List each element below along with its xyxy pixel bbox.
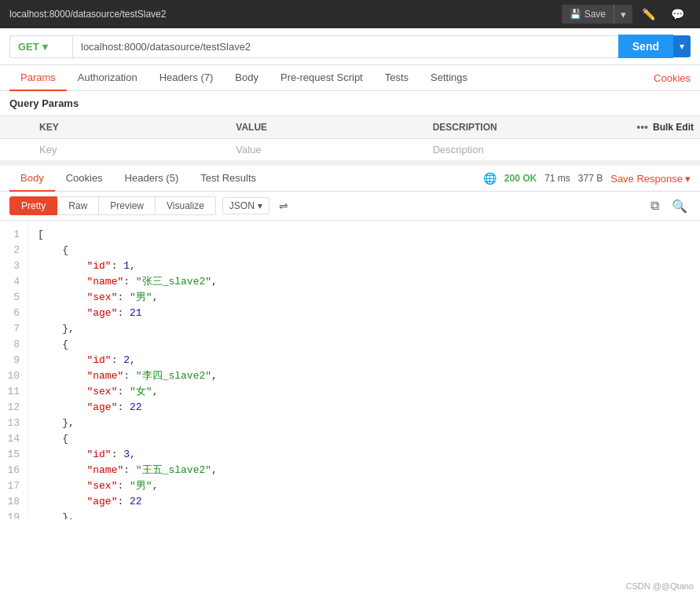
tab-authorization[interactable]: Authorization	[67, 65, 148, 91]
tab-settings[interactable]: Settings	[420, 65, 478, 91]
fmt-tab-pretty[interactable]: Pretty	[9, 196, 57, 215]
request-tabs-row: Params Authorization Headers (7) Body Pr…	[0, 65, 700, 91]
tab-pre-request[interactable]: Pre-request Script	[269, 65, 374, 91]
more-options-icon[interactable]: •••	[636, 121, 648, 134]
tab-body[interactable]: Body	[224, 65, 269, 91]
params-header: KEY VALUE DESCRIPTION ••• Bulk Edit	[0, 116, 700, 139]
row-desc[interactable]: Description	[425, 139, 621, 160]
params-table: KEY VALUE DESCRIPTION ••• Bulk Edit Key …	[0, 115, 700, 161]
size-badge: 377 B	[578, 173, 603, 184]
resp-tab-test-results[interactable]: Test Results	[189, 166, 267, 192]
format-tabs: Pretty Raw Preview Visualize	[9, 196, 216, 215]
top-bar-actions: 💾 Save ▾ ✏️ 💬	[562, 5, 691, 24]
fmt-tab-raw[interactable]: Raw	[57, 196, 99, 215]
save-icon: 💾	[570, 9, 581, 20]
json-type-label: JSON	[229, 200, 255, 211]
url-input[interactable]	[72, 35, 618, 58]
window-title: localhost:8000/datasource/testSlave2	[9, 9, 166, 20]
line-numbers: 123456789101112131415161718192021222324	[0, 221, 28, 519]
copy-button[interactable]: ⧉	[647, 197, 662, 215]
method-select[interactable]: GET ▾	[9, 35, 72, 58]
header-description: DESCRIPTION	[425, 122, 621, 133]
body-toolbar: Pretty Raw Preview Visualize JSON ▾ ⇌ ⧉ …	[0, 192, 700, 221]
row-value[interactable]: Value	[228, 139, 424, 160]
resp-tab-cookies[interactable]: Cookies	[55, 166, 114, 192]
status-badge: 200 OK	[504, 173, 537, 184]
params-empty-row: Key Value Description	[0, 139, 700, 161]
body-toolbar-right: ⧉ 🔍	[647, 197, 691, 215]
tab-tests[interactable]: Tests	[374, 65, 420, 91]
send-button[interactable]: Send	[618, 35, 673, 58]
save-btn-group: 💾 Save ▾	[562, 5, 632, 24]
time-badge: 71 ms	[544, 173, 570, 184]
tab-params[interactable]: Params	[9, 65, 67, 91]
fmt-tab-preview[interactable]: Preview	[99, 196, 156, 215]
response-tabs-row: Body Cookies Headers (5) Test Results 🌐 …	[0, 166, 700, 192]
header-key: KEY	[31, 122, 228, 133]
method-label: GET	[18, 41, 39, 53]
request-bar: GET ▾ Send ▾	[0, 28, 700, 65]
row-key[interactable]: Key	[31, 139, 228, 160]
resp-tab-headers[interactable]: Headers (5)	[114, 166, 190, 192]
json-type-chevron-icon: ▾	[258, 200, 262, 211]
method-chevron-icon: ▾	[42, 41, 48, 53]
json-type-select[interactable]: JSON ▾	[222, 197, 269, 214]
send-dropdown-button[interactable]: ▾	[673, 35, 691, 57]
save-response-button[interactable]: Save Response ▾	[610, 173, 691, 185]
resp-status-row: 🌐 200 OK 71 ms 377 B Save Response ▾	[483, 172, 691, 185]
query-params-title: Query Params	[0, 91, 700, 115]
response-body-code: 123456789101112131415161718192021222324 …	[0, 221, 700, 519]
fmt-tab-visualize[interactable]: Visualize	[156, 196, 216, 215]
save-response-chevron-icon: ▾	[685, 173, 691, 185]
header-value: VALUE	[228, 122, 424, 133]
code-content: [ { "id": 1, "name": "张三_slave2", "sex":…	[28, 221, 700, 519]
wrap-icon[interactable]: ⇌	[279, 200, 288, 212]
header-actions: ••• Bulk Edit	[621, 121, 700, 134]
save-dropdown-button[interactable]: ▾	[614, 5, 632, 24]
tab-headers[interactable]: Headers (7)	[148, 65, 225, 91]
search-button[interactable]: 🔍	[669, 197, 691, 215]
edit-icon-button[interactable]: ✏️	[636, 5, 662, 24]
top-bar: localhost:8000/datasource/testSlave2 💾 S…	[0, 0, 700, 28]
save-button[interactable]: 💾 Save	[562, 5, 614, 23]
resp-tab-body[interactable]: Body	[9, 166, 55, 192]
globe-icon: 🌐	[483, 172, 497, 185]
bulk-edit-button[interactable]: Bulk Edit	[653, 122, 694, 133]
comment-icon-button[interactable]: 💬	[665, 5, 691, 24]
cookies-link[interactable]: Cookies	[654, 66, 691, 90]
